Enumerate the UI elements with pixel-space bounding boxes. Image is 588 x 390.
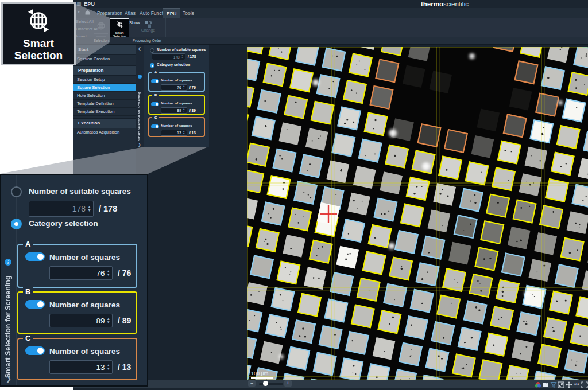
spinner[interactable]: ▲▼ (107, 364, 110, 370)
spinner[interactable]: ▲▼ (107, 317, 110, 324)
grid-square[interactable] (557, 126, 580, 149)
grid-square[interactable] (401, 204, 424, 227)
panel-tab-title[interactable]: Smart Selection for Screening (137, 80, 141, 141)
spinner[interactable]: ▲▼ (183, 108, 185, 112)
grid-square[interactable] (256, 229, 279, 252)
grid-square[interactable] (439, 157, 462, 180)
grid-square[interactable] (351, 305, 374, 328)
one-to-one-icon[interactable]: 1:1 (573, 380, 580, 387)
sidebar-item-square-selection[interactable]: Square Selection (74, 84, 136, 92)
grid-square[interactable] (272, 288, 295, 311)
grid-square[interactable] (292, 320, 315, 343)
panel-tab-title[interactable]: Smart Selection for Screening (4, 268, 12, 378)
grid-square[interactable] (546, 179, 568, 202)
grid-square[interactable] (323, 48, 346, 71)
grid-square[interactable] (471, 135, 494, 158)
suitable-squares-input[interactable]: 178 ▲▼ (29, 201, 94, 217)
filter-icon[interactable] (550, 380, 557, 387)
grid-square[interactable] (264, 63, 287, 86)
grid-square[interactable] (496, 280, 519, 303)
tab-tools[interactable]: Tools (179, 8, 198, 18)
grid-square[interactable] (486, 194, 509, 217)
category-a-toggle[interactable] (151, 79, 159, 83)
grid-square[interactable] (454, 215, 477, 238)
change-item[interactable]: Change (140, 28, 156, 32)
grid-square[interactable] (481, 221, 504, 244)
color-adjust-icon[interactable] (535, 380, 541, 387)
grid-square[interactable] (370, 86, 393, 109)
grid-square[interactable] (523, 286, 546, 309)
grid-square[interactable] (384, 284, 407, 307)
grid-square[interactable] (284, 96, 307, 119)
sidebar-item-template-definition[interactable]: Template Definition (74, 100, 136, 108)
fullscreen-icon[interactable] (581, 380, 588, 387)
grid-square[interactable] (407, 177, 430, 200)
grid-square[interactable] (300, 155, 323, 178)
grid-square[interactable] (444, 130, 467, 153)
grid-square[interactable] (512, 339, 535, 362)
grid-square[interactable] (376, 60, 399, 83)
grid-square[interactable] (528, 259, 551, 282)
grid-square[interactable] (319, 326, 342, 349)
category-c-input[interactable]: 13 ▲▼ (49, 360, 113, 374)
atlas-image[interactable] (247, 47, 588, 382)
grid-square[interactable] (541, 67, 564, 89)
spinner[interactable]: ▲▼ (107, 270, 110, 276)
grid-square[interactable] (369, 225, 392, 248)
grid-square[interactable] (509, 88, 532, 111)
grid-square[interactable] (250, 256, 273, 279)
suitable-squares-radio[interactable] (11, 186, 22, 197)
chevron-down-icon[interactable]: ▼ (77, 10, 80, 14)
grid-square[interactable] (378, 310, 401, 333)
category-selection-radio[interactable] (11, 219, 22, 229)
grid-square[interactable] (504, 114, 527, 137)
grid-square[interactable] (555, 264, 578, 287)
grid-square[interactable] (470, 274, 493, 297)
category-a-input[interactable]: 76 ▲▼ (161, 84, 187, 91)
grid-square[interactable] (517, 312, 540, 335)
grid-square[interactable] (365, 112, 388, 135)
grid-square[interactable] (403, 65, 425, 88)
collapse-chevron-icon[interactable]: ❮ (138, 46, 141, 51)
grid-square[interactable] (502, 253, 525, 276)
grid-square[interactable] (247, 143, 269, 166)
zoom-in-button[interactable]: + (284, 380, 292, 387)
grid-square[interactable] (452, 354, 475, 377)
grid-square[interactable] (540, 205, 563, 228)
expand-chevron-icon[interactable]: ❯ (6, 375, 11, 383)
grid-square[interactable] (268, 176, 291, 198)
grid-square[interactable] (568, 72, 588, 95)
grid-square[interactable] (349, 54, 372, 77)
grid-square[interactable] (416, 263, 439, 286)
grid-square[interactable] (561, 238, 584, 261)
grid-square[interactable] (550, 291, 572, 314)
grid-square[interactable] (544, 318, 567, 341)
category-a-toggle[interactable] (25, 252, 45, 261)
grid-square[interactable] (477, 108, 500, 131)
spinner[interactable]: ▲▼ (183, 131, 185, 135)
grid-square[interactable] (273, 149, 296, 172)
grid-square[interactable] (283, 235, 305, 258)
grid-square[interactable] (304, 267, 327, 290)
category-c-toggle[interactable] (25, 346, 45, 355)
grid-square[interactable] (492, 167, 515, 190)
grid-square[interactable] (298, 294, 321, 317)
snapshot-icon[interactable] (542, 380, 549, 387)
grid-square[interactable] (277, 261, 300, 284)
grid-square[interactable] (437, 295, 460, 318)
grid-square[interactable] (332, 134, 355, 157)
grid-square[interactable] (464, 301, 487, 324)
grid-square[interactable] (294, 181, 317, 204)
grid-square[interactable] (252, 116, 275, 139)
grid-square[interactable] (395, 231, 418, 253)
grid-square[interactable] (466, 162, 489, 185)
grid-square[interactable] (411, 290, 434, 313)
home-icon[interactable] (84, 9, 91, 17)
grid-square[interactable] (258, 90, 281, 113)
grid-square[interactable] (565, 350, 588, 373)
grid-square[interactable] (343, 80, 366, 103)
sidebar-item-automated-acquisition[interactable]: Automated Acquisition (74, 128, 136, 136)
spinner[interactable]: ▲▼ (181, 55, 183, 59)
grid-square[interactable] (347, 193, 370, 216)
sidebar-item-session-setup[interactable]: Session Setup (74, 76, 136, 84)
